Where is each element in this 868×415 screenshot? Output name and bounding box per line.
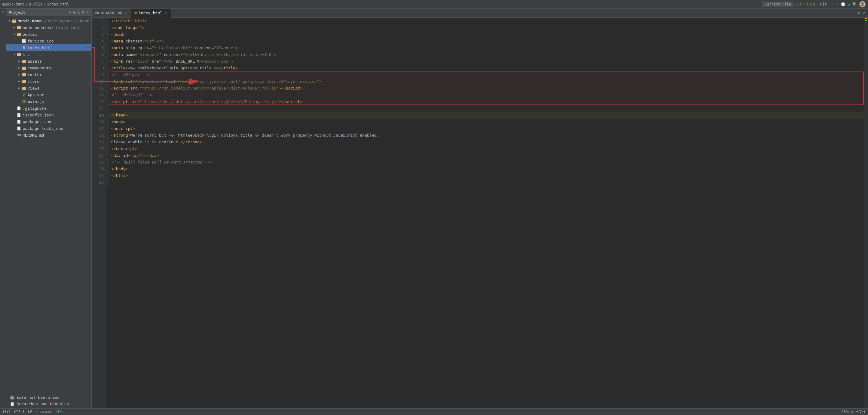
line-num-17: 17: [94, 125, 104, 132]
tree-item-router[interactable]: ▶router: [6, 71, 91, 78]
code-text-2[interactable]: <html lang="">: [109, 25, 147, 31]
code-text-10[interactable]: <link rel="stylesheet" href="https://cdn…: [109, 78, 324, 85]
tree-item-store[interactable]: ▶store: [6, 78, 91, 85]
current-file-dropdown[interactable]: Current File: [762, 2, 794, 7]
code-text-8[interactable]: <title><%= htmlWebpackPlugin.options.tit…: [109, 65, 240, 71]
tree-item-package-lock.json[interactable]: 📄package-lock.json: [6, 125, 91, 132]
tree-arrow-store[interactable]: ▶: [17, 80, 21, 83]
code-line-10: <link rel="stylesheet" href="https://cdn…: [106, 78, 864, 85]
tree-item-index.html[interactable]: Hindex.html: [6, 44, 91, 51]
status-line-col[interactable]: 15:7: [2, 410, 11, 414]
tree-item-favicon.ico[interactable]: ⬜favicon.ico: [6, 37, 91, 44]
breadcrumb-part-2[interactable]: public: [29, 2, 42, 6]
tree-item-App.vue[interactable]: VApp.vue: [6, 91, 91, 98]
status-encoding[interactable]: UTF-8: [14, 410, 25, 414]
tree-item-jsconfig.json[interactable]: 📄jsconfig.json: [6, 112, 91, 118]
status-line-ending[interactable]: LF: [28, 410, 32, 414]
tree-item-src[interactable]: ▼src: [6, 51, 91, 58]
code-text-21[interactable]: <div id="app"></div>: [109, 152, 161, 159]
line-num-6: 6: [94, 51, 104, 58]
code-text-25[interactable]: [109, 179, 114, 186]
breadcrumb-part-3[interactable]: index.html: [47, 2, 69, 6]
tree-icon-assets: [21, 59, 26, 64]
code-line-5: <meta http-equiv="X-UA-Compatible" conte…: [106, 45, 864, 51]
tab-bar: MD README.md × H index.html × ⚙ ⤢: [92, 8, 868, 18]
code-text-6[interactable]: <meta name="viewport" content="width=dev…: [109, 51, 279, 58]
tree-arrow-views[interactable]: ▶: [17, 87, 21, 90]
tree-item-components[interactable]: ▶components: [6, 64, 91, 71]
tab-readme[interactable]: MD README.md ×: [92, 8, 131, 18]
history-icon[interactable]: 🕐: [841, 2, 845, 6]
tree-item-package.json[interactable]: 📄package.json: [6, 118, 91, 125]
code-text-24[interactable]: </html>: [109, 172, 130, 179]
search-icon[interactable]: 🔍: [852, 2, 857, 6]
tree-item-main.js[interactable]: JSmain.js: [6, 98, 91, 105]
code-line-8: <title><%= htmlWebpackPlugin.options.tit…: [106, 65, 864, 71]
revert-icon[interactable]: ↺: [848, 2, 850, 6]
chevron-up-icon[interactable]: ∧: [810, 2, 812, 6]
tree-item-assets[interactable]: ▶assets: [6, 58, 91, 64]
code-text-16[interactable]: <body>: [109, 119, 128, 125]
code-text-22[interactable]: <!-- built files will be auto injected -…: [109, 159, 214, 166]
external-libraries-item[interactable]: 📚 External Libraries: [8, 394, 89, 401]
tree-label-package.json: package.json: [23, 119, 51, 124]
status-file-type[interactable]: HTML: [56, 410, 64, 414]
status-indent[interactable]: 4 spaces: [36, 410, 52, 414]
code-text-3[interactable]: <head>: [109, 31, 128, 38]
settings-gear-icon[interactable]: ⚙: [858, 11, 860, 15]
code-text-1[interactable]: <!DOCTYPE html>: [109, 18, 149, 25]
tree-arrow-router[interactable]: ▶: [17, 73, 21, 76]
code-text-9[interactable]: <!-- APlayer -->: [109, 71, 152, 78]
tab-index-close[interactable]: ×: [164, 11, 167, 15]
chevron-down-icon[interactable]: ∨: [813, 2, 815, 6]
breadcrumb-part-1[interactable]: music-demo: [2, 2, 25, 6]
code-text-19[interactable]: Please enable it to continue.</strong>: [109, 139, 204, 145]
line-num-21: 21: [94, 152, 104, 159]
scratches-item[interactable]: 📋 Scratches and Consoles: [8, 401, 89, 407]
fold-icon-3[interactable]: ▾: [106, 31, 108, 38]
close-panel-icon[interactable]: ×: [87, 10, 89, 15]
code-text-4[interactable]: <meta charset="utf-8">: [109, 38, 166, 45]
tab-readme-close[interactable]: ×: [124, 11, 127, 15]
ok-number: 1: [806, 2, 808, 6]
code-text-23[interactable]: </body>: [109, 166, 130, 172]
tree-item-README.md[interactable]: MDREADME.md: [6, 132, 91, 139]
scratches-label: Scratches and Consoles: [17, 402, 69, 406]
tree-arrow-src[interactable]: ▼: [12, 53, 17, 56]
tree-item-.gitignore[interactable]: 📄.gitignore: [6, 105, 91, 112]
sidebar-project-icon[interactable]: P: [1, 10, 5, 14]
tree-item-views[interactable]: ▶views: [6, 85, 91, 91]
tree-sublabel-node_modules: library root: [51, 25, 80, 30]
code-text-13[interactable]: <script src="https://cdn.jsdelivr.net/np…: [109, 98, 305, 105]
tree-arrow-music-demo[interactable]: ▼: [7, 19, 11, 22]
code-text-17[interactable]: <noscript>: [109, 125, 137, 132]
user-avatar: 👤: [860, 1, 866, 7]
maximize-icon[interactable]: ⤢: [862, 11, 866, 15]
tab-index[interactable]: H index.html ×: [131, 8, 171, 18]
code-line-4: <meta charset="utf-8">: [106, 38, 864, 45]
settings-icon[interactable]: ⚙: [82, 10, 84, 15]
code-text-11[interactable]: <script src="https://cdn.jsdelivr.net/np…: [109, 85, 305, 92]
code-text-7[interactable]: <link rel="icon" href="<%= BASE_URL %>fa…: [109, 58, 236, 65]
tree-item-public[interactable]: ▼public: [6, 31, 91, 37]
code-content[interactable]: <!DOCTYPE html><html lang="">▾ <head> <m…: [106, 18, 864, 408]
gutter-mark-warning: [865, 18, 867, 19]
tree-arrow-components[interactable]: ▶: [17, 66, 21, 69]
code-text-12[interactable]: <!-- MetingJS -->: [109, 92, 154, 98]
tree-item-music-demo[interactable]: ▼music-demo ~/Desktop/music-demo: [6, 18, 91, 24]
add-icon[interactable]: +: [69, 10, 71, 15]
code-text-5[interactable]: <meta http-equiv="X-UA-Compatible" conte…: [109, 45, 240, 51]
code-text-20[interactable]: </noscript>: [109, 145, 140, 152]
tree-item-node_modules[interactable]: ▶node_modules library root: [6, 24, 91, 31]
tree-arrow-assets[interactable]: ▶: [17, 60, 21, 63]
code-text-14[interactable]: [109, 105, 114, 112]
code-text-15[interactable]: </head>: [109, 112, 130, 119]
tree-icon-components: [21, 65, 26, 70]
tree-arrow-public[interactable]: ▼: [12, 33, 17, 36]
list-icon[interactable]: ≡: [73, 10, 75, 15]
code-text-18[interactable]: <strong>We're sorry but <%= htmlWebpackP…: [109, 132, 381, 139]
sort-icon[interactable]: ⇅: [78, 10, 80, 15]
tab-bar-right: ⚙ ⤢: [856, 8, 868, 18]
status-csdn: CSDN @ 水字柿: [841, 410, 866, 414]
tree-arrow-node_modules[interactable]: ▶: [12, 26, 17, 29]
